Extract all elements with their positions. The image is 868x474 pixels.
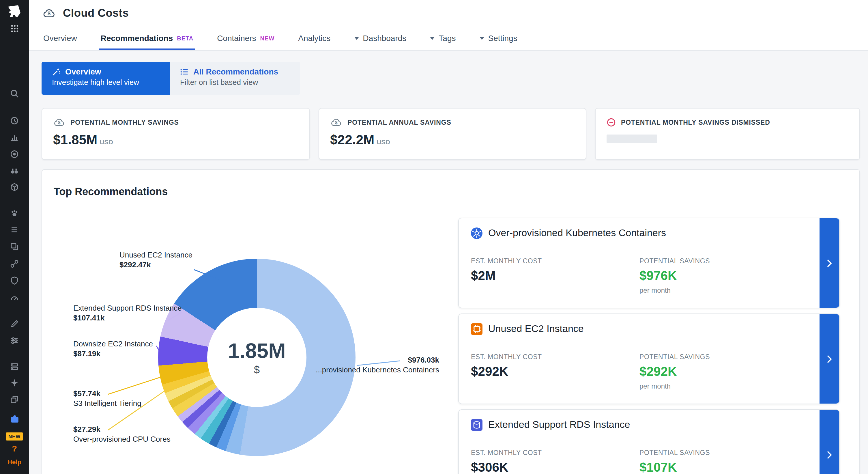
section-heading: Top Recommendations xyxy=(54,186,168,198)
loading-skeleton xyxy=(607,135,657,143)
summary-card-monthly: $ POTENTIAL MONTHLY SAVINGS $1.85MUSD xyxy=(41,108,310,160)
recommendation-card-unused-ec2[interactable]: Unused EC2 Instance EST. MONTHLY COST $2… xyxy=(458,314,840,404)
cloud-cost-icon: $ xyxy=(53,118,65,127)
page-header: $ Cloud Costs xyxy=(29,0,868,26)
datadog-logo-icon xyxy=(7,5,22,19)
top-recommendations-panel: Top Recommendations 1.85M $ xyxy=(41,169,860,474)
tab-dashboards[interactable]: Dashboards xyxy=(354,26,406,50)
sidebar-item-integrations[interactable] xyxy=(0,182,29,192)
chevron-down-icon xyxy=(479,37,484,39)
sidebar-item-apps[interactable] xyxy=(0,23,29,33)
sidebar-item-history[interactable] xyxy=(0,116,29,126)
sidebar-item-software-catalog[interactable] xyxy=(0,394,29,405)
callout-unused-ec2: Unused EC2 Instance $292.47k xyxy=(120,250,192,270)
sidebar-item-home[interactable] xyxy=(0,2,29,21)
sidebar-item-search[interactable] xyxy=(0,88,29,99)
potential-savings: POTENTIAL SAVINGS $107K per month xyxy=(640,449,710,474)
sidebar-item-metrics[interactable] xyxy=(0,225,29,235)
summary-card-title: POTENTIAL ANNUAL SAVINGS xyxy=(347,119,451,126)
puzzle-icon xyxy=(9,414,19,423)
help-label: Help xyxy=(7,458,21,465)
est-monthly-cost: EST. MONTHLY COST $306K xyxy=(471,449,542,474)
sidebar-item-marketplace[interactable] xyxy=(0,413,29,424)
question-icon: ? xyxy=(12,443,17,453)
sidebar-item-service-map[interactable] xyxy=(0,259,29,269)
main-area: $ Cloud Costs Overview Recommendations B… xyxy=(29,0,868,474)
pencil-icon xyxy=(10,319,19,328)
toggle-overview-button[interactable]: Overview Investigate high level view xyxy=(41,62,170,95)
sidebar-item-filters[interactable] xyxy=(0,335,29,346)
open-recommendation-button[interactable] xyxy=(819,410,839,474)
summary-row: $ POTENTIAL MONTHLY SAVINGS $1.85MUSD $ … xyxy=(41,108,868,160)
bar-chart-icon xyxy=(10,133,19,142)
summary-card-value: $1.85MUSD xyxy=(53,132,299,148)
tab-analytics[interactable]: Analytics xyxy=(298,26,331,50)
callout-kubernetes: $976.03k ...provisioned Kubernetes Conta… xyxy=(294,355,439,375)
potential-savings: POTENTIAL SAVINGS $976K per month xyxy=(640,258,710,294)
summary-card-value: $22.2MUSD xyxy=(330,132,575,148)
content-area: Overview Investigate high level view All… xyxy=(29,51,868,474)
currency-unit: USD xyxy=(377,139,390,146)
ec2-icon xyxy=(471,323,483,335)
sidebar-item-synthetics[interactable] xyxy=(0,293,29,303)
app-root: NEW ? Help $ Cloud Costs Overview Recomm… xyxy=(0,0,868,474)
tab-bar: Overview Recommendations BETA Containers… xyxy=(29,26,868,51)
callout-rds: Extended Support RDS Instance $107.41k xyxy=(73,303,182,323)
sparkle-icon xyxy=(10,378,19,387)
summary-card-title: POTENTIAL MONTHLY SAVINGS DISMISSED xyxy=(621,119,770,126)
windows-icon xyxy=(10,242,19,251)
recommendation-card-kubernetes[interactable]: Over-provisioned Kubernetes Containers E… xyxy=(458,218,840,308)
tab-tags[interactable]: Tags xyxy=(430,26,456,50)
new-badge-label: NEW xyxy=(6,433,23,441)
cloud-cost-icon: $ xyxy=(42,8,56,18)
sidebar-item-apm[interactable] xyxy=(0,241,29,252)
sidebar-item-security[interactable] xyxy=(0,275,29,286)
sidebar-item-watchdog[interactable] xyxy=(0,166,29,176)
callout-s3: $57.74k S3 Intelligent Tiering xyxy=(73,389,142,408)
target-icon xyxy=(10,150,19,159)
paw-icon xyxy=(10,209,19,218)
recommendation-card-rds[interactable]: Extended Support RDS Instance EST. MONTH… xyxy=(458,409,840,474)
sidebar-help-question[interactable]: ? xyxy=(0,443,29,453)
chevron-down-icon xyxy=(430,37,435,39)
est-monthly-cost: EST. MONTHLY COST $2M xyxy=(471,258,542,284)
toggle-all-recommendations-button[interactable]: All Recommendations Filter on list based… xyxy=(170,62,300,95)
sidebar: NEW ? Help xyxy=(0,0,29,474)
svg-text:$: $ xyxy=(48,10,51,16)
tab-recommendations[interactable]: Recommendations BETA xyxy=(101,26,193,50)
sidebar-item-bits-ai[interactable] xyxy=(0,208,29,219)
search-icon xyxy=(10,89,19,98)
sidebar-help[interactable]: Help xyxy=(0,457,29,467)
potential-savings: POTENTIAL SAVINGS $292K per month xyxy=(640,353,710,390)
rds-icon xyxy=(471,419,483,431)
page-title: Cloud Costs xyxy=(63,7,129,19)
beta-badge: BETA xyxy=(177,35,193,41)
tab-settings[interactable]: Settings xyxy=(479,26,517,50)
chevron-right-icon xyxy=(827,451,832,459)
view-toggle: Overview Investigate high level view All… xyxy=(41,62,868,95)
circle-minus-icon xyxy=(607,118,616,127)
server-icon xyxy=(10,362,19,371)
kubernetes-icon xyxy=(471,228,483,239)
open-recommendation-button[interactable] xyxy=(819,218,839,308)
sliders-icon xyxy=(10,336,19,345)
svg-text:$: $ xyxy=(58,120,60,125)
sidebar-item-llm[interactable] xyxy=(0,378,29,388)
cloud-cost-icon: $ xyxy=(330,118,342,127)
open-recommendation-button[interactable] xyxy=(819,314,839,404)
gauge-icon xyxy=(10,293,19,302)
history-icon xyxy=(10,116,19,125)
apps-grid-icon xyxy=(10,24,19,33)
sidebar-item-infrastructure[interactable] xyxy=(0,361,29,372)
svg-text:$: $ xyxy=(335,120,337,125)
chevron-down-icon xyxy=(354,37,359,39)
binoculars-icon xyxy=(10,166,19,176)
tab-containers[interactable]: Containers NEW xyxy=(217,26,274,50)
summary-card-annual: $ POTENTIAL ANNUAL SAVINGS $22.2MUSD xyxy=(318,108,586,160)
sidebar-item-dashboards[interactable] xyxy=(0,132,29,143)
sidebar-item-notebooks[interactable] xyxy=(0,319,29,329)
shield-icon xyxy=(10,276,19,285)
summary-card-dismissed: POTENTIAL MONTHLY SAVINGS DISMISSED xyxy=(595,108,860,160)
tab-overview[interactable]: Overview xyxy=(43,26,77,50)
sidebar-item-monitors[interactable] xyxy=(0,149,29,159)
